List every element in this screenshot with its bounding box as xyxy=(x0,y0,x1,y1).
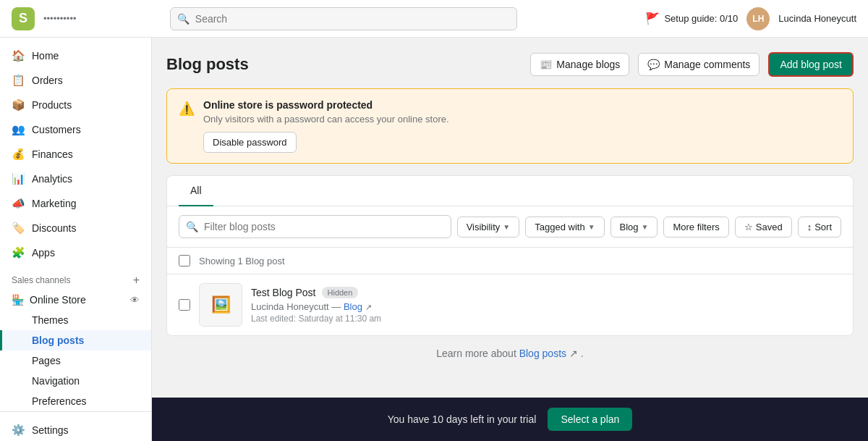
saved-button[interactable]: ☆ Saved xyxy=(735,217,792,238)
sidebar-item-customers[interactable]: 👥 Customers xyxy=(0,117,151,142)
manage-blogs-icon: 📰 xyxy=(540,59,552,70)
table-row: 🖼️ Test Blog Post Hidden Lucinda Honeycu… xyxy=(167,274,853,335)
online-store-icon: 🏪 xyxy=(12,294,24,306)
row-checkbox[interactable] xyxy=(179,299,190,311)
orders-icon: 📋 xyxy=(12,74,25,87)
learn-more-section: Learn more about Blog posts ↗ . xyxy=(166,336,854,371)
external-link-icon: ↗ xyxy=(569,348,578,359)
sidebar-item-finances[interactable]: 💰 Finances xyxy=(0,142,151,167)
image-icon: 🖼️ xyxy=(211,295,231,314)
warning-icon: ⚠️ xyxy=(179,101,195,117)
eye-icon: 👁 xyxy=(130,295,140,306)
sidebar-item-apps[interactable]: 🧩 Apps xyxy=(0,240,151,265)
sort-button[interactable]: ↕ Sort xyxy=(798,217,841,238)
sidebar-item-pages[interactable]: Pages xyxy=(0,350,151,371)
blog-name-link[interactable]: Blog xyxy=(344,301,362,312)
warning-description: Only visitors with a password can access… xyxy=(203,114,449,125)
settings-section: ⚙️ Settings xyxy=(0,411,151,441)
home-icon: 🏠 xyxy=(12,49,25,62)
topbar: S •••••••••• 🔍 🚩 Setup guide: 0/10 LH Lu… xyxy=(0,0,868,38)
avatar[interactable]: LH xyxy=(746,7,770,30)
setup-guide[interactable]: 🚩 Setup guide: 0/10 xyxy=(645,12,738,25)
blog-author: Lucinda Honeycutt xyxy=(251,301,329,312)
sidebar-item-label: Analytics xyxy=(32,173,72,185)
status-badge: Hidden xyxy=(322,287,359,298)
online-store-label[interactable]: 🏪 Online Store xyxy=(12,294,86,306)
tab-all[interactable]: All xyxy=(179,176,213,206)
sidebar-item-label: Apps xyxy=(32,247,55,259)
add-blog-post-button[interactable]: Add blog post xyxy=(768,52,854,77)
table-header: Showing 1 Blog post xyxy=(167,248,853,274)
learn-more-text-after: . xyxy=(581,348,584,359)
manage-blogs-button[interactable]: 📰 Manage blogs xyxy=(530,53,629,76)
blog-filter-button[interactable]: Blog ▼ xyxy=(610,217,658,238)
sidebar-item-label: Discounts xyxy=(32,222,76,234)
main-area: Blog posts 📰 Manage blogs 💬 Manage comme… xyxy=(152,38,868,441)
sort-icon: ↕ xyxy=(807,222,812,232)
shopify-logo: S xyxy=(12,7,35,30)
showing-count: Showing 1 Blog post xyxy=(199,256,285,266)
discounts-icon: 🏷️ xyxy=(12,222,25,235)
learn-more-link[interactable]: Blog posts xyxy=(519,348,566,359)
blog-post-title[interactable]: Test Blog Post xyxy=(251,287,316,298)
manage-comments-button[interactable]: 💬 Manage comments xyxy=(638,53,760,76)
tagged-with-filter-button[interactable]: Tagged with ▼ xyxy=(525,217,604,238)
sidebar-item-label: Marketing xyxy=(32,198,76,209)
blog-last-edited: Last edited: Saturday at 11:30 am xyxy=(251,314,841,324)
sidebar-item-settings[interactable]: ⚙️ Settings xyxy=(0,418,151,441)
search-input[interactable] xyxy=(170,7,517,30)
chevron-down-icon: ▼ xyxy=(588,223,595,231)
finances-icon: 💰 xyxy=(12,148,25,161)
page-title: Blog posts xyxy=(166,55,249,74)
blog-title-row: Test Blog Post Hidden xyxy=(251,287,841,298)
learn-more-text-before: Learn more about xyxy=(436,348,519,359)
sidebar-item-label: Home xyxy=(32,50,59,62)
sidebar-item-blog-posts[interactable]: Blog posts xyxy=(0,330,151,350)
layout: 🏠 Home 📋 Orders 📦 Products 👥 Customers 💰… xyxy=(0,38,868,441)
settings-icon: ⚙️ xyxy=(12,424,25,437)
sidebar-item-marketing[interactable]: 📣 Marketing xyxy=(0,191,151,216)
search-bar: 🔍 xyxy=(170,7,517,30)
disable-password-button[interactable]: Disable password xyxy=(203,132,297,153)
sidebar-item-products[interactable]: 📦 Products xyxy=(0,93,151,117)
sidebar-item-themes[interactable]: Themes xyxy=(0,310,151,330)
sidebar-item-discounts[interactable]: 🏷️ Discounts xyxy=(0,216,151,240)
blog-thumbnail: 🖼️ xyxy=(199,283,242,327)
apps-icon: 🧩 xyxy=(12,246,25,259)
sidebar-item-preferences[interactable]: Preferences xyxy=(0,391,151,411)
more-filters-button[interactable]: More filters xyxy=(663,217,728,238)
chevron-down-icon: ▼ xyxy=(642,223,649,231)
sidebar: 🏠 Home 📋 Orders 📦 Products 👥 Customers 💰… xyxy=(0,38,152,441)
sidebar-item-analytics[interactable]: 📊 Analytics xyxy=(0,167,151,191)
select-plan-button[interactable]: Select a plan xyxy=(548,408,632,431)
filter-search-icon: 🔍 xyxy=(186,221,198,232)
visibility-filter-button[interactable]: Visibility ▼ xyxy=(457,217,520,238)
analytics-icon: 📊 xyxy=(12,172,25,185)
sales-channels-section: Sales channels + xyxy=(0,265,151,290)
star-icon: ☆ xyxy=(744,222,753,232)
sidebar-item-navigation[interactable]: Navigation xyxy=(0,371,151,391)
search-icon: 🔍 xyxy=(177,13,190,25)
blog-info: Test Blog Post Hidden Lucinda Honeycutt … xyxy=(251,287,841,324)
warning-text: Online store is password protected Only … xyxy=(203,99,449,153)
blog-meta: Lucinda Honeycutt — Blog ↗ xyxy=(251,301,841,312)
tabs: All xyxy=(167,176,853,206)
store-name: •••••••••• xyxy=(43,13,101,24)
trial-banner: You have 10 days left in your trial Sele… xyxy=(152,398,868,441)
online-store-nav[interactable]: 🏪 Online Store 👁 xyxy=(0,290,151,310)
topbar-right: 🚩 Setup guide: 0/10 LH Lucinda Honeycutt xyxy=(645,7,856,30)
external-link-icon: ↗ xyxy=(365,303,372,311)
settings-label: Settings xyxy=(32,424,69,436)
filter-blog-posts-input[interactable] xyxy=(179,215,451,238)
sidebar-item-label: Customers xyxy=(32,124,81,135)
sidebar-item-home[interactable]: 🏠 Home xyxy=(0,43,151,68)
sales-channels-label: Sales channels xyxy=(12,275,70,285)
add-sales-channel-button[interactable]: + xyxy=(133,274,140,287)
trial-text: You have 10 days left in your trial xyxy=(388,413,537,425)
sidebar-item-label: Finances xyxy=(32,148,73,160)
sidebar-item-orders[interactable]: 📋 Orders xyxy=(0,68,151,93)
main-content: Blog posts 📰 Manage blogs 💬 Manage comme… xyxy=(152,38,868,398)
setup-guide-label: Setup guide: 0/10 xyxy=(664,13,738,24)
select-all-checkbox[interactable] xyxy=(179,255,190,266)
filters-bar: 🔍 Visibility ▼ Tagged with ▼ Blog ▼ xyxy=(167,206,853,248)
